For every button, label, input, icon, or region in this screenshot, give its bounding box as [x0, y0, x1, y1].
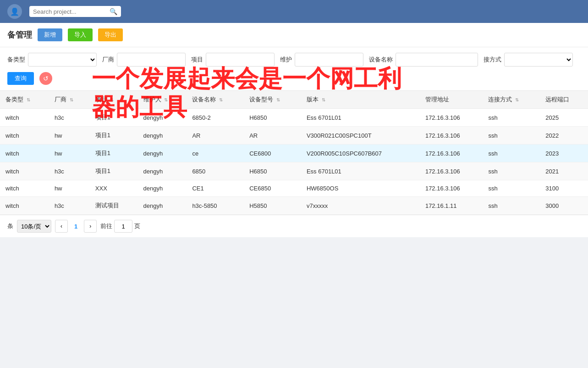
cell-version: Ess 6701L01	[301, 162, 420, 180]
add-button[interactable]: 新增	[38, 28, 62, 41]
col-version[interactable]: 版本 ⇅	[301, 91, 420, 109]
col-project[interactable]: 项目 ⇅	[90, 91, 138, 109]
sort-icon-vendor: ⇅	[70, 97, 73, 102]
project-filter: 项目	[191, 53, 275, 67]
cell-device_name: h3c-5850	[187, 197, 244, 215]
cell-mgmt_addr: 172.16.3.106	[420, 127, 483, 145]
maintainer-label: 维护	[280, 56, 292, 64]
sort-icon-project: ⇅	[110, 97, 114, 102]
cell-version: Ess 6701L01	[301, 109, 420, 127]
cell-device_type: witch	[0, 162, 49, 180]
cell-remote_port: 2021	[540, 162, 588, 180]
table-row[interactable]: witchh3c项目1dengyh6850H6850Ess 6701L01172…	[0, 162, 588, 180]
device-type-filter: 备类型	[7, 53, 97, 67]
cell-remote_port: 2022	[540, 127, 588, 145]
cell-vendor: h3c	[49, 162, 90, 180]
device-name-filter: 设备名称	[369, 53, 478, 67]
table-row[interactable]: witchhw项目1dengyhceCE6800V200R005C10SPC60…	[0, 145, 588, 162]
table-row[interactable]: witchhwXXXdengyhCE1CE6850HW6850OS172.16.…	[0, 180, 588, 197]
cell-maintainer: dengyh	[138, 127, 187, 145]
reset-button[interactable]: ↺	[39, 72, 52, 85]
vendor-input[interactable]	[117, 53, 186, 67]
cell-device_model: AR	[244, 127, 301, 145]
search-box: 🔍	[29, 6, 121, 17]
sort-icon-device-type: ⇅	[27, 97, 30, 102]
cell-vendor: hw	[49, 180, 90, 197]
col-vendor[interactable]: 厂商 ⇅	[49, 91, 90, 109]
cell-version: V300R021C00SPC100T	[301, 127, 420, 145]
cell-project: 项目1	[90, 127, 138, 145]
cell-version: HW6850OS	[301, 180, 420, 197]
maintainer-filter: 维护	[280, 53, 363, 67]
sort-icon-maintainer: ⇅	[164, 97, 168, 102]
prev-page-button[interactable]: ‹	[55, 220, 68, 233]
project-input[interactable]	[206, 53, 275, 67]
col-maintainer[interactable]: 维护人 ⇅	[138, 91, 187, 109]
query-button[interactable]: 查询	[7, 72, 34, 85]
cell-device_name: 6850	[187, 162, 244, 180]
col-device-type[interactable]: 备类型 ⇅	[0, 91, 49, 109]
sort-icon-version: ⇅	[322, 97, 325, 102]
current-page: 1	[71, 223, 80, 230]
cell-project: 项目1	[90, 162, 138, 180]
table-container: 备类型 ⇅ 厂商 ⇅ 项目 ⇅ 维护人 ⇅ 设备名称 ⇅ 设备型号 ⇅ 版本 ⇅…	[0, 91, 588, 215]
table-header-row: 备类型 ⇅ 厂商 ⇅ 项目 ⇅ 维护人 ⇅ 设备名称 ⇅ 设备型号 ⇅ 版本 ⇅…	[0, 91, 588, 109]
cell-access_method: ssh	[483, 127, 540, 145]
col-device-name[interactable]: 设备名称 ⇅	[187, 91, 244, 109]
cell-mgmt_addr: 172.16.3.106	[420, 162, 483, 180]
access-method-label: 接方式	[484, 56, 501, 64]
device-name-input[interactable]	[396, 53, 478, 67]
col-access-method[interactable]: 连接方式 ⇅	[483, 91, 540, 109]
cell-access_method: ssh	[483, 162, 540, 180]
cell-device_name: 6850-2	[187, 109, 244, 127]
page-size-select[interactable]: 10条/页 20条/页 50条/页	[17, 220, 51, 233]
table-row[interactable]: witchh3c项目1dengyh6850-2H6850Ess 6701L011…	[0, 109, 588, 127]
goto-page-input[interactable]	[114, 220, 132, 233]
cell-access_method: ssh	[483, 180, 540, 197]
access-method-filter: 接方式	[484, 53, 573, 67]
filter-bar: 备类型 厂商 项目 维护 设备名称 接方式 查询 ↺	[0, 47, 588, 91]
cell-maintainer: dengyh	[138, 109, 187, 127]
cell-vendor: h3c	[49, 197, 90, 215]
cell-mgmt_addr: 172.16.3.106	[420, 145, 483, 162]
device-type-label: 备类型	[7, 56, 25, 64]
vendor-filter: 厂商	[102, 53, 186, 67]
sort-icon-device-name: ⇅	[219, 97, 223, 102]
maintainer-input[interactable]	[295, 53, 363, 67]
cell-device_type: witch	[0, 145, 49, 162]
title-bar: 备管理 新增 导入 导出	[0, 23, 588, 47]
cell-version: V200R005C10SPC607B607	[301, 145, 420, 162]
next-page-button[interactable]: ›	[84, 220, 97, 233]
goto-prefix: 前往	[100, 222, 112, 230]
cell-project: 项目1	[90, 109, 138, 127]
cell-device_type: witch	[0, 109, 49, 127]
cell-device_type: witch	[0, 197, 49, 215]
search-input[interactable]	[33, 8, 107, 15]
header: 👤 🔍	[0, 0, 588, 23]
table-row[interactable]: witchhw项目1dengyhARARV300R021C00SPC100T17…	[0, 127, 588, 145]
pagination-bar: 条 10条/页 20条/页 50条/页 ‹ 1 › 前往 页	[0, 215, 588, 237]
cell-device_name: CE1	[187, 180, 244, 197]
page-goto: 前往 页	[100, 220, 140, 233]
cell-mgmt_addr: 172.16.3.106	[420, 180, 483, 197]
cell-maintainer: dengyh	[138, 162, 187, 180]
cell-remote_port: 2025	[540, 109, 588, 127]
sort-icon-access-method: ⇅	[515, 97, 519, 102]
col-mgmt-addr: 管理地址	[420, 91, 483, 109]
import-button[interactable]: 导入	[68, 28, 93, 41]
project-label: 项目	[191, 56, 203, 64]
col-device-model[interactable]: 设备型号 ⇅	[244, 91, 301, 109]
device-type-select[interactable]	[28, 53, 97, 67]
cell-device_model: CE6850	[244, 180, 301, 197]
cell-vendor: hw	[49, 127, 90, 145]
goto-suffix: 页	[134, 222, 140, 230]
access-method-select[interactable]	[504, 53, 573, 67]
cell-mgmt_addr: 172.16.3.106	[420, 109, 483, 127]
export-button[interactable]: 导出	[98, 28, 123, 41]
device-table: 备类型 ⇅ 厂商 ⇅ 项目 ⇅ 维护人 ⇅ 设备名称 ⇅ 设备型号 ⇅ 版本 ⇅…	[0, 91, 588, 215]
cell-device_type: witch	[0, 127, 49, 145]
sort-icon-device-model: ⇅	[276, 97, 280, 102]
table-row[interactable]: witchh3c测试项目dengyhh3c-5850H5850v7xxxxx17…	[0, 197, 588, 215]
page-title: 备管理	[7, 29, 32, 40]
cell-maintainer: dengyh	[138, 197, 187, 215]
